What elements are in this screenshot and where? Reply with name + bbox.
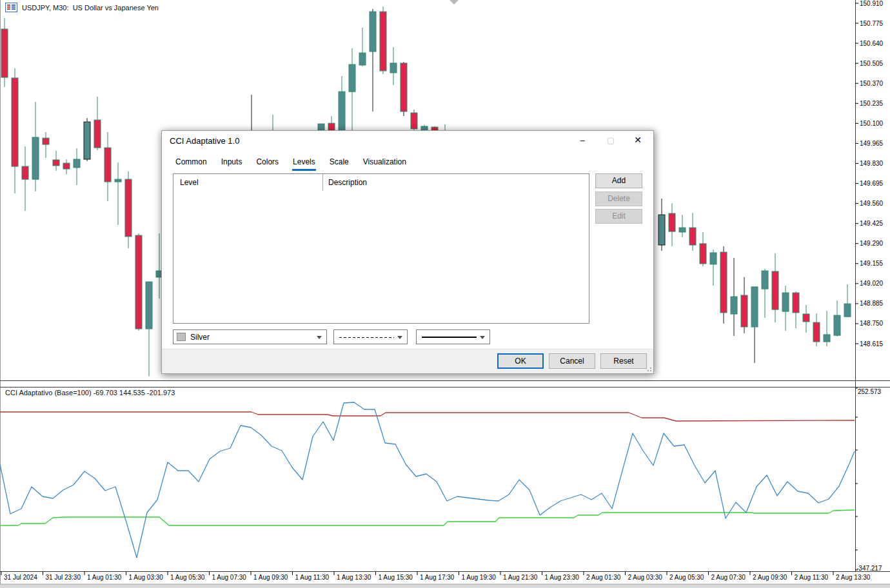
edit-button: Edit: [595, 209, 642, 224]
candle-body: [700, 244, 706, 264]
price-axis-label: 149.425: [860, 220, 884, 227]
time-axis-label: 1 Aug 09:30: [253, 574, 288, 581]
symbol-label-row: USDJPY, M30: US Dollar vs Japanese Yen: [5, 3, 159, 12]
maximize-icon: ▢: [597, 131, 625, 150]
tab-inputs[interactable]: Inputs: [214, 155, 250, 170]
candle-body: [793, 293, 799, 313]
candle-body: [731, 297, 737, 314]
time-axis-label: 31 Jul 23:30: [46, 574, 81, 581]
candle-body: [720, 252, 727, 313]
cancel-button[interactable]: Cancel: [549, 353, 595, 369]
price-axis-label: 149.155: [860, 260, 884, 267]
candle-body: [370, 12, 376, 52]
price-axis-label: 150.775: [860, 20, 884, 27]
candle-body: [12, 78, 18, 166]
time-axis-label: 1 Aug 05:30: [170, 574, 205, 581]
time-axis-label: 1 Aug 17:30: [420, 574, 455, 581]
symbol-label: USDJPY, M30: US Dollar vs Japanese Yen: [22, 4, 159, 12]
candle-body: [104, 148, 111, 182]
window-bottom-strip: [0, 584, 890, 588]
ok-button[interactable]: OK: [497, 353, 544, 369]
mt5-window: 150.910150.775150.640150.505150.370150.2…: [0, 0, 890, 588]
candle-body: [782, 293, 789, 311]
candle-body: [669, 213, 675, 231]
candle-body: [390, 63, 397, 73]
price-axis-label: 150.640: [860, 40, 884, 47]
time-axis-label: 2 Aug 11:30: [795, 574, 829, 581]
column-header-level[interactable]: Level: [173, 174, 199, 191]
level-line-width-select[interactable]: [416, 329, 490, 344]
time-axis-label: 1 Aug 03:30: [129, 574, 164, 581]
tab-colors[interactable]: Colors: [249, 155, 286, 170]
chevron-down-icon: [397, 336, 402, 339]
levels-list[interactable]: Level Description: [173, 173, 589, 324]
candle-body: [32, 137, 39, 179]
candle-body: [380, 12, 386, 71]
dialog-titlebar[interactable]: CCI Adaptative 1.0 – ▢ ✕: [162, 131, 653, 150]
dialog-tabs: Common Inputs Colors Levels Scale Visual…: [168, 155, 413, 170]
price-axis-label: 150.505: [860, 60, 884, 67]
candle-body: [115, 179, 121, 182]
candle-body: [125, 179, 132, 237]
candle-body: [94, 120, 101, 148]
indicator-axis-min-label: -347.217: [856, 565, 882, 572]
price-axis-label: 148.885: [860, 300, 884, 307]
column-header-description[interactable]: Description: [322, 174, 367, 191]
dialog-footer: OK Cancel Reset: [162, 349, 653, 373]
candle-body: [813, 322, 820, 342]
candle-body: [411, 113, 417, 129]
tab-levels[interactable]: Levels: [286, 155, 322, 170]
price-axis-label: 150.910: [860, 0, 884, 7]
price-axis-label: 150.370: [860, 80, 884, 87]
candle-body: [834, 315, 840, 335]
color-swatch: [177, 333, 186, 341]
dashed-line-sample: [339, 337, 394, 338]
time-axis-label: 2 Aug 03:30: [628, 574, 663, 581]
candle-body: [22, 166, 28, 179]
candle-body: [679, 228, 686, 232]
candle-body: [400, 63, 407, 112]
price-axis-label: 149.830: [860, 160, 884, 167]
indicator-label: CCI Adaptativo (Base=100) -69.703 144.53…: [5, 389, 175, 397]
chart-shift-marker-icon: [450, 0, 459, 5]
time-axis-label: 31 Jul 2024: [4, 574, 37, 581]
candle-body: [710, 253, 717, 264]
price-axis-label: 149.020: [860, 280, 884, 287]
candle-body: [658, 215, 665, 245]
candle-body: [844, 304, 851, 317]
candle-body: [53, 160, 59, 166]
candle-body: [824, 335, 830, 342]
level-line-style-select[interactable]: [333, 329, 408, 344]
tab-scale[interactable]: Scale: [322, 155, 356, 170]
time-axis-label: 1 Aug 01:30: [87, 574, 122, 581]
price-axis-label: 148.615: [860, 340, 884, 348]
indicator-properties-dialog: CCI Adaptative 1.0 – ▢ ✕ Common Inputs C…: [161, 130, 654, 374]
time-axis-label: 1 Aug 11:30: [295, 574, 330, 581]
candle-body: [741, 295, 747, 327]
candle-body: [43, 138, 49, 144]
delete-button: Delete: [595, 191, 642, 206]
chevron-down-icon: [480, 336, 485, 339]
candle-body: [1, 29, 8, 77]
candle-body: [803, 314, 809, 322]
chevron-down-icon: [317, 336, 322, 339]
time-axis-label: 2 Aug 07:30: [711, 574, 746, 581]
tab-common[interactable]: Common: [168, 155, 214, 170]
reset-button[interactable]: Reset: [600, 353, 647, 369]
time-axis-label: 1 Aug 13:30: [337, 574, 371, 581]
candle-body: [751, 287, 758, 327]
tab-visualization[interactable]: Visualization: [356, 155, 413, 170]
close-icon[interactable]: ✕: [624, 131, 652, 150]
level-color-select[interactable]: Silver: [173, 329, 327, 344]
candle-body: [689, 228, 696, 245]
candle-body: [63, 163, 70, 169]
price-axis-label: 149.695: [860, 180, 884, 187]
minimize-icon[interactable]: –: [568, 131, 597, 150]
time-axis-label: 2 Aug 09:30: [753, 574, 787, 581]
time-axis-label: 1 Aug 07:30: [212, 574, 247, 581]
candle-body: [359, 53, 366, 65]
candle-body: [146, 282, 152, 329]
resize-grip[interactable]: [646, 366, 651, 371]
dialog-title: CCI Adaptative 1.0: [170, 136, 239, 146]
add-button[interactable]: Add: [595, 173, 642, 188]
